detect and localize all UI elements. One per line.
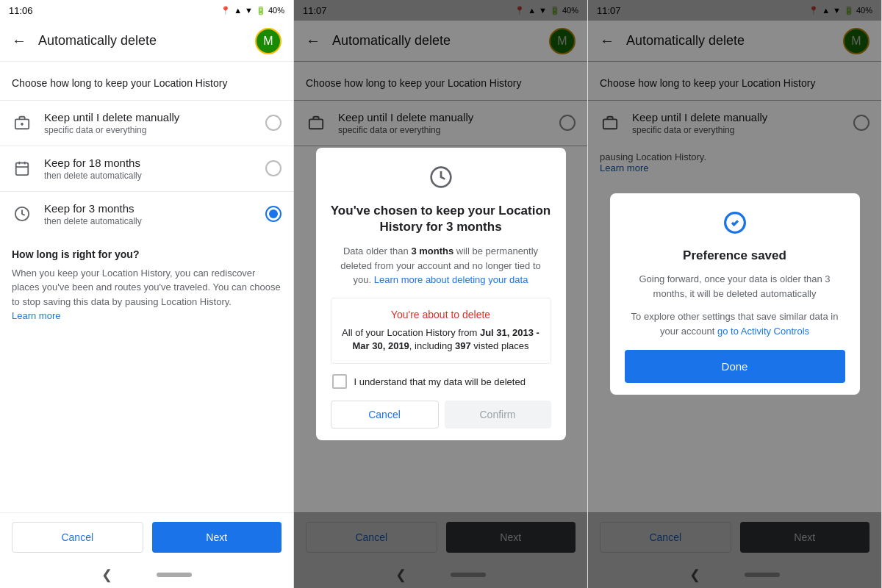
clock-icon-1 bbox=[12, 204, 32, 224]
status-icons-1: 📍 ▲ ▼ 🔋 40% bbox=[220, 6, 284, 15]
activity-controls-link[interactable]: go to Activity Controls bbox=[717, 326, 809, 337]
option-label-18-1: Keep for 18 months bbox=[44, 157, 265, 169]
pref-dialog-title: Preference saved bbox=[625, 248, 845, 263]
option-text-18-1: Keep for 18 months then delete automatic… bbox=[44, 157, 265, 181]
understand-label: I understand that my data will be delete… bbox=[354, 376, 526, 387]
signal-icon: ▲ bbox=[234, 6, 242, 15]
phone-panel-1: 11:06 📍 ▲ ▼ 🔋 40% ← Automatically delete… bbox=[0, 0, 294, 588]
done-button[interactable]: Done bbox=[625, 350, 845, 383]
cancel-button-1[interactable]: Cancel bbox=[12, 522, 143, 553]
dialog-title: You've chosen to keep your Location Hist… bbox=[331, 203, 551, 235]
section-title-1: Choose how long to keep your Location Hi… bbox=[0, 62, 293, 100]
option-18months-1[interactable]: Keep for 18 months then delete automatic… bbox=[0, 146, 293, 191]
nav-bar-1: ❮ bbox=[0, 562, 293, 588]
nav-pill-1 bbox=[157, 573, 192, 577]
status-bar-1: 11:06 📍 ▲ ▼ 🔋 40% bbox=[0, 0, 293, 21]
location-icon: 📍 bbox=[220, 6, 231, 15]
phone-panel-2: 11:07 📍 ▲ ▼ 🔋 40% ← Automatically delete… bbox=[294, 0, 588, 588]
understand-checkbox[interactable] bbox=[332, 374, 347, 389]
option-sublabel-manual-1: specific data or everything bbox=[44, 125, 265, 135]
briefcase-icon bbox=[12, 112, 32, 133]
nav-back-1[interactable]: ❮ bbox=[101, 567, 112, 583]
learn-more-link-dialog[interactable]: Learn more about deleting your data bbox=[374, 274, 528, 285]
pref-check-icon bbox=[625, 211, 845, 240]
delete-detail-text: All of your Location History from Jul 31… bbox=[342, 326, 540, 353]
pref-dialog-sub: To explore other settings that save simi… bbox=[625, 309, 845, 338]
option-manual-1[interactable]: Keep until I delete manually specific da… bbox=[0, 100, 293, 146]
dialog-cancel-button[interactable]: Cancel bbox=[331, 401, 439, 429]
learn-more-link-1[interactable]: Learn more bbox=[12, 310, 60, 321]
next-button-1[interactable]: Next bbox=[152, 522, 282, 553]
top-bar-1: ← Automatically delete M bbox=[0, 21, 293, 62]
back-button-1[interactable]: ← bbox=[12, 32, 26, 49]
option-3months-1[interactable]: Keep for 3 months then delete automatica… bbox=[0, 191, 293, 237]
svg-rect-3 bbox=[16, 163, 29, 176]
info-section-1: How long is right for you? When you keep… bbox=[0, 237, 293, 335]
battery-icon: 🔋 40% bbox=[256, 6, 284, 15]
info-title-1: How long is right for you? bbox=[12, 248, 282, 260]
status-time-1: 11:06 bbox=[9, 5, 33, 16]
option-text-3-1: Keep for 3 months then delete automatica… bbox=[44, 202, 265, 226]
understand-checkbox-row: I understand that my data will be delete… bbox=[331, 374, 551, 389]
calendar-icon-1 bbox=[12, 158, 32, 179]
info-text-1: When you keep your Location History, you… bbox=[12, 266, 282, 323]
page-title-1: Automatically delete bbox=[38, 33, 255, 49]
dialog-body: Data older than 3 months will be permane… bbox=[331, 244, 551, 287]
dialog-clock-icon bbox=[331, 165, 551, 194]
delete-warning-text: You're about to delete bbox=[342, 309, 540, 320]
option-text-manual-1: Keep until I delete manually specific da… bbox=[44, 111, 265, 135]
content-1: Choose how long to keep your Location Hi… bbox=[0, 62, 293, 512]
radio-3-1[interactable] bbox=[265, 206, 282, 222]
radio-18-1[interactable] bbox=[265, 160, 282, 176]
option-label-3-1: Keep for 3 months bbox=[44, 202, 265, 215]
dialog-buttons: Cancel Confirm bbox=[331, 401, 551, 429]
avatar-1[interactable]: M bbox=[255, 28, 282, 54]
pref-dialog-body: Going forward, once your data is older t… bbox=[625, 272, 845, 301]
option-sublabel-3-1: then delete automatically bbox=[44, 216, 265, 226]
phone-panel-3: 11:07 📍 ▲ ▼ 🔋 40% ← Automatically delete… bbox=[588, 0, 882, 588]
preference-saved-dialog: Preference saved Going forward, once you… bbox=[610, 193, 860, 395]
bottom-buttons-1: Cancel Next bbox=[0, 512, 293, 562]
pref-dialog-overlay: Preference saved Going forward, once you… bbox=[588, 0, 881, 588]
radio-manual-1[interactable] bbox=[265, 115, 282, 131]
wifi-icon: ▼ bbox=[245, 6, 253, 15]
delete-info-box: You're about to delete All of your Locat… bbox=[331, 298, 551, 364]
option-label-manual-1: Keep until I delete manually bbox=[44, 111, 265, 123]
option-sublabel-18-1: then delete automatically bbox=[44, 171, 265, 181]
dialog-overlay-2: You've chosen to keep your Location Hist… bbox=[294, 0, 587, 588]
confirm-dialog: You've chosen to keep your Location Hist… bbox=[316, 148, 566, 440]
dialog-confirm-button[interactable]: Confirm bbox=[445, 401, 551, 429]
